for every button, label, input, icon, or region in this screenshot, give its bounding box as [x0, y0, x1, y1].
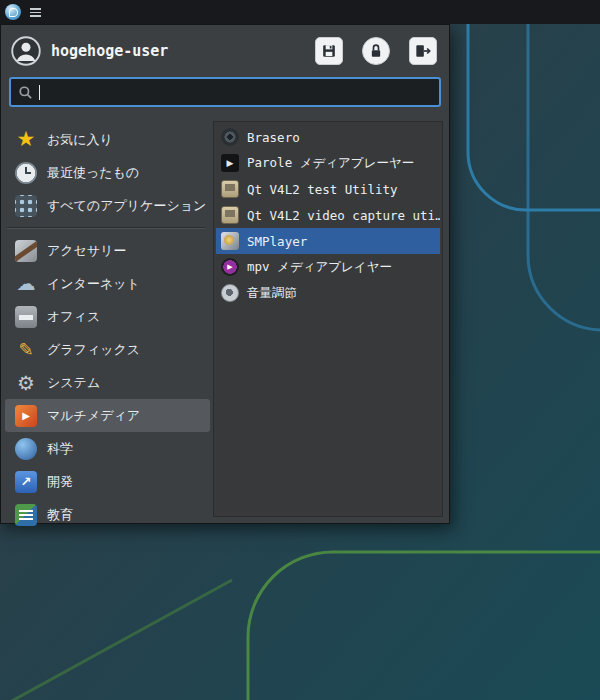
category-item-internet[interactable]: インターネット [5, 267, 210, 300]
username: hogehoge-user [51, 42, 296, 60]
internet-icon [15, 273, 37, 295]
category-item-multimedia[interactable]: マルチメディア [5, 399, 210, 432]
app-item-brasero[interactable]: Brasero [216, 124, 440, 150]
category-label: お気に入り [47, 131, 113, 149]
category-label: アクセサリー [47, 242, 127, 260]
star-icon [15, 129, 37, 151]
category-item-science[interactable]: 科学 [5, 432, 210, 465]
category-item-favorites[interactable]: お気に入り [5, 123, 210, 156]
category-label: 最近使ったもの [47, 164, 139, 182]
app-item-mpv[interactable]: mpv メディアプレイヤー [216, 254, 440, 280]
lock-icon [366, 41, 386, 61]
smplayer-icon [221, 232, 239, 250]
app-item-parole[interactable]: Parole メディアプレーヤー [216, 150, 440, 176]
top-panel [0, 0, 600, 24]
app-label: Brasero [247, 130, 300, 145]
settings-button[interactable] [315, 37, 343, 65]
app-item-volume-control[interactable]: 音量調節 [216, 280, 440, 306]
app-label: Parole メディアプレーヤー [247, 155, 414, 172]
menu-body: お気に入り 最近使ったもの すべてのアプリケーション アクセサリー インターネッ… [1, 116, 449, 523]
category-item-office[interactable]: オフィス [5, 300, 210, 333]
application-list: Brasero Parole メディアプレーヤー Qt V4L2 test Ut… [213, 121, 443, 517]
multimedia-icon [15, 405, 37, 427]
qt-v4l2-icon [221, 206, 239, 224]
settings-icon [319, 41, 339, 61]
app-item-qt-v4l2-test[interactable]: Qt V4L2 test Utility [216, 176, 440, 202]
graphics-icon [15, 339, 37, 361]
category-label: オフィス [47, 308, 100, 326]
category-item-system[interactable]: システム [5, 366, 210, 399]
category-label: 教育 [47, 506, 73, 524]
category-label: グラフィックス [47, 341, 140, 359]
app-label: mpv メディアプレイヤー [247, 259, 392, 276]
category-item-recent[interactable]: 最近使ったもの [5, 156, 210, 189]
menu-header: hogehoge-user [1, 25, 449, 77]
category-item-development[interactable]: 開発 [5, 465, 210, 498]
category-label: 開発 [47, 473, 73, 491]
app-label: Qt V4L2 video capture uti… [247, 208, 440, 223]
office-icon [15, 306, 37, 328]
development-icon [15, 471, 37, 493]
category-separator [7, 227, 205, 229]
volume-icon [221, 284, 239, 302]
app-label: SMPlayer [247, 234, 307, 249]
system-icon [15, 372, 37, 394]
search-icon [18, 85, 33, 100]
app-item-qt-v4l2-video-capture[interactable]: Qt V4L2 video capture uti… [216, 202, 440, 228]
qt-v4l2-icon [221, 180, 239, 198]
all-applications-icon [15, 195, 37, 217]
category-list: お気に入り 最近使ったもの すべてのアプリケーション アクセサリー インターネッ… [1, 121, 213, 517]
whisker-menu: hogehoge-user [0, 24, 450, 524]
category-item-all-applications[interactable]: すべてのアプリケーション [5, 189, 210, 222]
category-item-graphics[interactable]: グラフィックス [5, 333, 210, 366]
user-avatar-icon [11, 36, 41, 66]
category-label: すべてのアプリケーション [47, 197, 206, 215]
search-input[interactable] [46, 85, 432, 100]
logout-button[interactable] [409, 37, 437, 65]
parole-icon [221, 154, 239, 172]
category-item-education[interactable]: 教育 [5, 498, 210, 531]
lock-screen-button[interactable] [362, 37, 390, 65]
app-label: 音量調節 [247, 285, 297, 302]
education-icon [15, 504, 37, 526]
brasero-icon [221, 128, 239, 146]
app-label: Qt V4L2 test Utility [247, 182, 398, 197]
clock-icon [15, 162, 37, 184]
category-label: 科学 [47, 440, 73, 458]
mpv-icon [221, 258, 239, 276]
logout-icon [413, 41, 433, 61]
category-item-accessories[interactable]: アクセサリー [5, 234, 210, 267]
text-cursor [39, 85, 40, 100]
category-label: マルチメディア [47, 407, 140, 425]
category-label: インターネット [47, 275, 140, 293]
category-label: システム [47, 374, 100, 392]
window-list-icon[interactable] [30, 8, 41, 17]
science-icon [15, 438, 37, 460]
app-item-smplayer[interactable]: SMPlayer [216, 228, 440, 254]
accessories-icon [15, 240, 37, 262]
search-bar[interactable] [9, 77, 441, 107]
whisker-menu-icon[interactable] [5, 4, 21, 20]
